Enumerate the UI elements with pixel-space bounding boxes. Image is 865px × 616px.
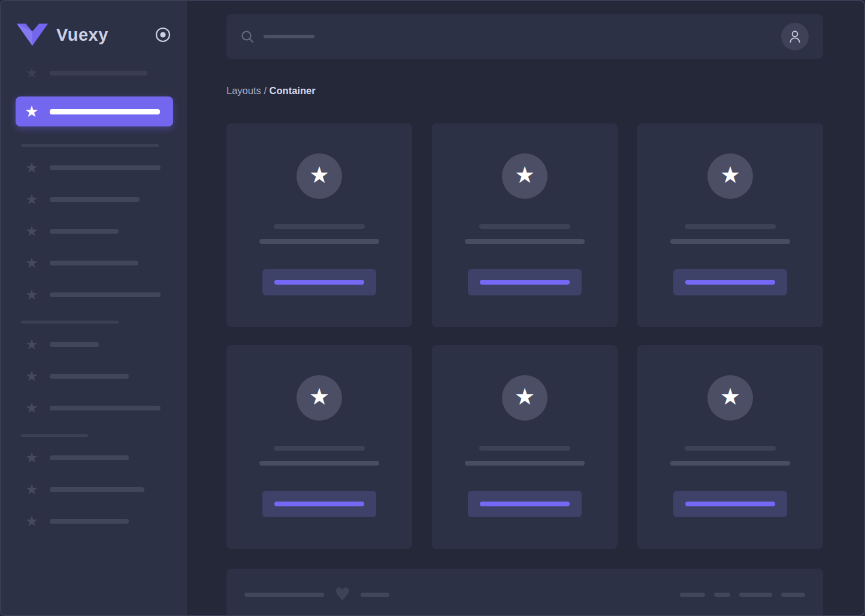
search-placeholder-skeleton xyxy=(264,35,314,38)
placeholder-card: ★ xyxy=(432,123,618,327)
sidebar-item[interactable]: ★ xyxy=(1,513,187,530)
topbar xyxy=(226,14,823,59)
vuexy-logo-icon xyxy=(17,23,48,47)
sidebar-item-label-skeleton xyxy=(50,71,147,76)
footer-text-skeleton xyxy=(244,593,324,597)
sidebar-item[interactable]: ★ xyxy=(1,286,187,303)
sidebar-item-label-skeleton xyxy=(50,292,161,297)
card-button-label-skeleton xyxy=(480,280,570,285)
card-button-label-skeleton xyxy=(274,280,364,285)
sidebar-item[interactable]: ★ xyxy=(1,336,187,353)
card-title-skeleton xyxy=(685,446,776,451)
footer-link-skeleton xyxy=(739,593,772,597)
card-title-skeleton xyxy=(479,446,570,451)
sidebar-item-active[interactable]: ★ xyxy=(16,96,173,126)
sidebar-section-header-skeleton xyxy=(21,144,159,147)
sidebar-section: ★★★ xyxy=(1,434,187,530)
sidebar-item-label-skeleton xyxy=(50,165,161,170)
footer-text-skeleton xyxy=(361,593,389,597)
breadcrumb-separator: / xyxy=(261,85,270,96)
star-icon: ★ xyxy=(515,164,535,189)
card-avatar: ★ xyxy=(502,153,548,199)
sidebar-item-label-skeleton xyxy=(50,455,129,460)
search-input[interactable] xyxy=(241,30,781,43)
sidebar-item[interactable]: ★ xyxy=(1,400,187,416)
card-button[interactable] xyxy=(468,491,582,517)
card-grid: ★ ★ ★ ★ xyxy=(226,123,823,549)
star-icon: ★ xyxy=(24,482,40,497)
placeholder-card: ★ xyxy=(637,345,823,549)
star-icon: ★ xyxy=(24,451,40,465)
heart-icon[interactable]: ♥ xyxy=(334,585,350,603)
placeholder-card: ★ xyxy=(637,123,823,327)
breadcrumb: Layouts / Container xyxy=(226,85,823,98)
sidebar-section: ★★★★★ xyxy=(1,144,187,303)
placeholder-card: ★ xyxy=(432,345,618,549)
sidebar-section: ★★★ xyxy=(1,321,187,416)
sidebar-section-header-skeleton xyxy=(21,434,88,437)
card-title-skeleton xyxy=(274,446,365,451)
footer-link-skeleton xyxy=(680,593,705,597)
sidebar-item[interactable]: ★ xyxy=(1,255,187,271)
star-icon: ★ xyxy=(720,164,740,189)
card-button-label-skeleton xyxy=(685,280,775,285)
search-icon xyxy=(241,30,254,43)
breadcrumb-layouts[interactable]: Layouts xyxy=(226,85,261,96)
card-subtitle-skeleton xyxy=(465,239,585,244)
sidebar-item[interactable]: ★ xyxy=(1,368,187,385)
card-button-label-skeleton xyxy=(480,502,570,506)
sidebar-item-label-skeleton xyxy=(50,261,138,265)
card-avatar: ★ xyxy=(707,375,753,421)
card-subtitle-skeleton xyxy=(465,461,585,466)
card-title-skeleton xyxy=(274,224,365,229)
star-icon: ★ xyxy=(24,161,40,175)
sidebar-item[interactable]: ★ xyxy=(1,223,187,240)
footer-card: ♥ xyxy=(226,569,823,615)
star-icon: ★ xyxy=(309,164,329,189)
star-icon: ★ xyxy=(24,224,40,238)
sidebar-item[interactable]: ★ xyxy=(1,159,187,176)
sidebar-item[interactable]: ★ xyxy=(1,191,187,208)
star-icon: ★ xyxy=(24,401,40,415)
sidebar-item-label-skeleton xyxy=(50,374,129,379)
sidebar-item-label-skeleton xyxy=(50,229,119,234)
sidebar-item-label-skeleton xyxy=(50,109,160,114)
sidebar: Vuexy ★★★★★★★★★★★★★ xyxy=(1,1,187,615)
star-icon: ★ xyxy=(24,256,40,270)
card-avatar: ★ xyxy=(707,153,753,199)
sidebar-item-label-skeleton xyxy=(50,487,144,492)
card-button[interactable] xyxy=(262,491,376,517)
card-button-label-skeleton xyxy=(685,502,775,506)
card-button[interactable] xyxy=(673,491,787,517)
star-icon: ★ xyxy=(24,66,40,80)
placeholder-card: ★ xyxy=(226,123,412,327)
sidebar-item-label-skeleton xyxy=(50,406,161,410)
star-icon: ★ xyxy=(24,514,40,529)
star-icon: ★ xyxy=(24,192,40,207)
brand-title: Vuexy xyxy=(56,25,108,45)
card-avatar: ★ xyxy=(502,375,548,421)
card-button[interactable] xyxy=(262,269,376,295)
main-content: Layouts / Container ★ ★ ★ ★ xyxy=(187,1,864,615)
sidebar-item[interactable]: ★ xyxy=(1,65,187,81)
card-button-label-skeleton xyxy=(274,502,364,506)
star-icon: ★ xyxy=(24,337,40,352)
card-button[interactable] xyxy=(468,269,582,295)
sidebar-item[interactable]: ★ xyxy=(1,449,187,466)
footer-link-skeleton xyxy=(781,593,805,597)
breadcrumb-current: Container xyxy=(270,85,316,96)
card-title-skeleton xyxy=(479,224,570,229)
card-button[interactable] xyxy=(673,269,787,295)
star-icon: ★ xyxy=(309,385,329,410)
placeholder-card: ★ xyxy=(226,345,412,549)
star-icon: ★ xyxy=(24,369,40,384)
card-subtitle-skeleton xyxy=(670,461,790,466)
sidebar-item-label-skeleton xyxy=(50,342,99,347)
avatar[interactable] xyxy=(781,23,809,50)
radio-circle-icon[interactable] xyxy=(155,26,171,43)
sidebar-item-label-skeleton xyxy=(50,197,140,202)
footer-links xyxy=(680,593,805,597)
sidebar-item[interactable]: ★ xyxy=(1,481,187,498)
card-subtitle-skeleton xyxy=(259,239,379,244)
card-avatar: ★ xyxy=(297,153,342,199)
